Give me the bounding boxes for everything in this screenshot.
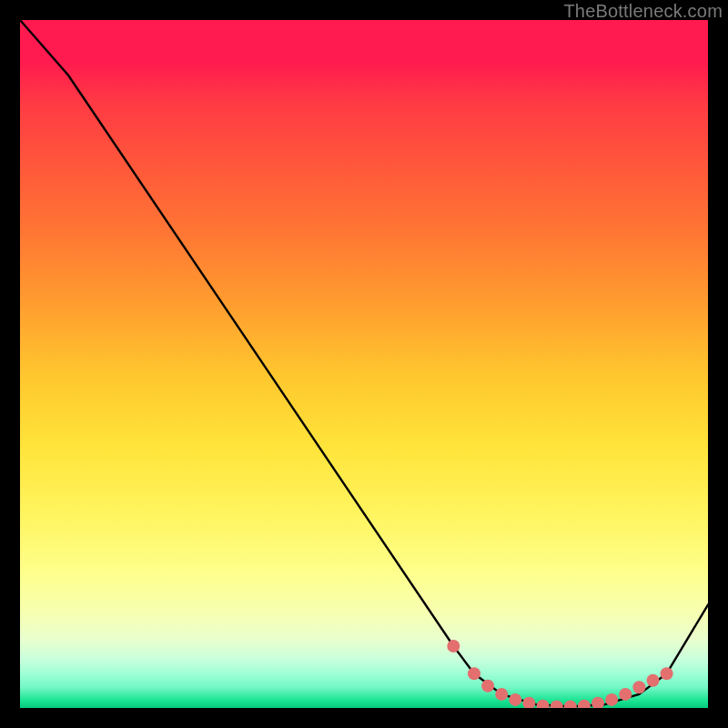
highlight-marker [619, 688, 632, 701]
highlight-marker [481, 680, 494, 693]
highlight-marker [647, 674, 660, 687]
highlight-markers [447, 640, 672, 708]
highlight-marker [551, 701, 563, 709]
chart-plot-area [20, 20, 708, 708]
highlight-marker [468, 667, 480, 680]
highlight-marker [592, 697, 604, 708]
highlight-marker [447, 640, 460, 652]
highlight-marker [632, 681, 645, 693]
highlight-marker [578, 700, 591, 708]
highlight-marker [564, 701, 577, 709]
highlight-marker [495, 688, 508, 701]
highlight-marker [522, 697, 535, 708]
highlight-marker [661, 667, 673, 680]
highlight-marker [509, 693, 521, 706]
curve-line [20, 20, 708, 707]
highlight-marker [537, 700, 550, 708]
highlight-marker [605, 693, 618, 706]
chart-stage: TheBottleneck.com [0, 0, 728, 728]
chart-svg [20, 20, 708, 708]
watermark-text: TheBottleneck.com [563, 1, 723, 22]
